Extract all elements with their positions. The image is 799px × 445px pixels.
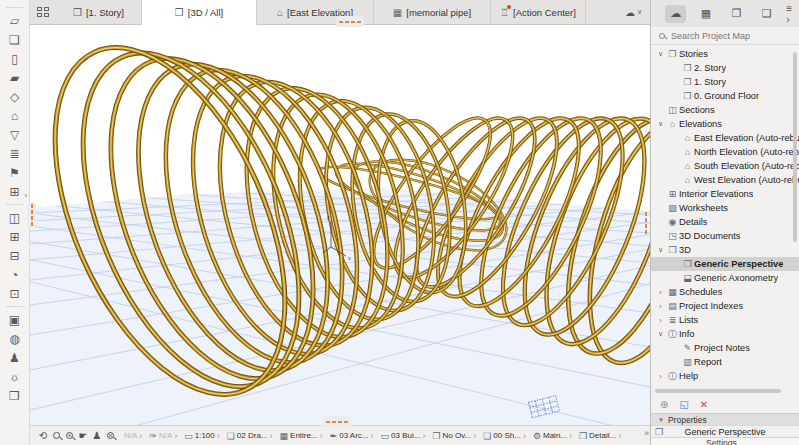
project-map-tree: ∨❐Stories❐2. Story❐1. Story❐0. Ground Fl… [651, 47, 799, 387]
zoom-icon[interactable] [53, 432, 60, 439]
zone-tool[interactable]: ◍ [0, 329, 29, 348]
marquee-tool[interactable]: ▱ [0, 11, 29, 30]
zoom-in-icon[interactable]: + [66, 432, 73, 439]
tree-item-lists[interactable]: ›≣Lists [651, 313, 799, 327]
tree-item-south-elevation-auto-rebuild[interactable]: ⌂South Elevation (Auto-rebuild [651, 159, 799, 173]
roof-tool[interactable]: ⌂ [0, 106, 29, 125]
tree-item-stories[interactable]: ∨❐Stories [651, 47, 799, 61]
tree-item-0-ground-floor[interactable]: ❐0. Ground Floor [651, 89, 799, 103]
elevation-marker-south[interactable] [322, 416, 352, 427]
mesh-tool[interactable]: ▽ [0, 125, 29, 144]
pen-set-selector[interactable]: ✑N/A› [149, 431, 177, 441]
tree-item-worksheets[interactable]: ▨Worksheets [651, 201, 799, 215]
wall-tool[interactable]: ❏ [0, 30, 29, 49]
tab-overview-button[interactable] [30, 0, 56, 24]
tree-collapsed-arrow[interactable]: › [655, 289, 666, 296]
renovation-icon: ❏ [483, 431, 491, 441]
orbit-icon[interactable]: ⟲ [36, 430, 50, 441]
tree-item-project-notes[interactable]: ✎Project Notes [651, 341, 799, 355]
tree-item-report[interactable]: ▥Report [651, 355, 799, 369]
tree-item-elevations[interactable]: ∨⌂Elevations [651, 117, 799, 131]
scale-selector[interactable]: ▭1:100› [184, 431, 220, 441]
pen-set-2-selector[interactable]: ✒03 Arc...› [330, 431, 374, 441]
folder-icon: ❐ [73, 7, 82, 18]
tab-action-center[interactable]: ♖[Action Center] [491, 0, 586, 24]
layout-book-button[interactable]: ❐ [726, 5, 747, 23]
tree-collapsed-arrow[interactable]: › [655, 373, 666, 380]
partial-structure-selector[interactable]: ▦Entire...› [280, 431, 323, 441]
collapse-triangle-icon: ▼ [658, 417, 664, 423]
tree-item-generic-perspective[interactable]: ❒Generic Perspective [651, 257, 799, 271]
tree-item-label: West Elevation (Auto-rebuild M [694, 175, 799, 185]
tree-item-project-indexes[interactable]: ›▤Project Indexes [651, 299, 799, 313]
drawing-tool[interactable]: ▣ [0, 310, 29, 329]
tree-collapsed-arrow[interactable]: › [655, 317, 666, 324]
opening-tool[interactable]: ⊡ [0, 284, 29, 303]
tree-item-info[interactable]: ∨ⓘInfo [651, 327, 799, 341]
tree-item-1-story[interactable]: ❐1. Story [651, 75, 799, 89]
column-tool[interactable]: ▯ [0, 49, 29, 68]
tree-expanded-arrow[interactable]: ∨ [655, 330, 666, 338]
chevron-right-icon: › [139, 431, 142, 441]
tree-item-north-elevation-auto-rebuild[interactable]: ⌂North Elevation (Auto-rebuild [651, 145, 799, 159]
tree-collapsed-arrow[interactable]: › [655, 303, 666, 310]
properties-header[interactable]: ▼ Properties [651, 413, 799, 426]
tree-item-schedules[interactable]: ›▦Schedules [651, 285, 799, 299]
curtain-wall-tool[interactable]: ⊞∨ [0, 182, 29, 201]
teamwork-cloud-menu[interactable]: ☁ ∨ [617, 0, 650, 24]
tab-3d-all[interactable]: ❒[3D / All] [142, 0, 257, 25]
view-map-button[interactable]: ▦ [695, 5, 716, 23]
zoom-reset-icon[interactable]: × [107, 432, 114, 439]
layer-combination-selector[interactable]: ❏02 Dra...› [227, 431, 273, 441]
publisher-sets-button[interactable]: ❏ [756, 5, 777, 23]
tree-item-generic-axonometry[interactable]: ⬓Generic Axonometry [651, 271, 799, 285]
tree-vertical-scrollbar[interactable] [793, 52, 797, 242]
shell-tool[interactable]: ◔ [0, 265, 29, 284]
model-view-options-selector[interactable]: ▭03 Bui...› [381, 431, 426, 441]
door-tool[interactable]: ◫ [0, 208, 29, 227]
tree-item-help[interactable]: ›ⓘHelp [651, 369, 799, 383]
renovation-selector[interactable]: ❏00 Sh...› [483, 431, 526, 441]
add-viewpoint-button[interactable]: ⊕ [660, 399, 668, 410]
window-tool[interactable]: ⊞ [0, 227, 29, 246]
tree-item-3d[interactable]: ∨❒3D [651, 243, 799, 257]
slab-tool[interactable]: ◇ [0, 87, 29, 106]
detail-level-selector[interactable]: ❒Detail...› [579, 431, 621, 441]
walk-icon[interactable]: ♟ [90, 430, 104, 441]
tree-item-east-elevation-auto-rebuild-m[interactable]: ⌂East Elevation (Auto-rebuild M [651, 131, 799, 145]
tab-memorial-pipe[interactable]: ▦[memorial pipe] [374, 0, 491, 24]
graphic-override-selector[interactable]: ❐No Ov...› [432, 431, 476, 441]
search-input[interactable] [669, 30, 787, 42]
railing-tool[interactable]: ⚑ [0, 163, 29, 182]
project-map-button[interactable]: ☁ [665, 5, 686, 23]
settings-button[interactable]: Settings... [651, 437, 799, 445]
panel-expander[interactable]: » [644, 428, 649, 438]
tree-horizontal-scrollbar[interactable] [655, 389, 781, 393]
tree-expanded-arrow[interactable]: ∨ [655, 50, 666, 58]
figure-tool[interactable]: ♟ [0, 348, 29, 367]
tree-expanded-arrow[interactable]: ∨ [655, 246, 666, 254]
stair-tool[interactable]: ≣ [0, 144, 29, 163]
explore-icon[interactable]: ☛ [76, 430, 90, 441]
renovation-filter-selector[interactable]: N/A› [124, 431, 142, 441]
elevation-marker-east[interactable] [642, 211, 650, 235]
lamp-tool[interactable]: ☼ [0, 367, 29, 386]
elevation-marker-north[interactable] [336, 16, 364, 27]
tab-story-1[interactable]: ❐[1. Story] [56, 0, 142, 24]
delete-viewpoint-button[interactable]: ✕ [700, 399, 708, 410]
beam-tool[interactable]: ▰ [0, 68, 29, 87]
tree-item-interior-elevations[interactable]: ⊞Interior Elevations [651, 187, 799, 201]
tree-item-details[interactable]: ◉Details [651, 215, 799, 229]
morph-tool[interactable]: ❒ [0, 386, 29, 405]
elevation-marker-west[interactable] [27, 202, 36, 228]
3d-viewport[interactable]: xz [30, 25, 650, 425]
open-viewpoint-button[interactable]: ◱ [679, 399, 688, 410]
tree-item-sections[interactable]: ◫Sections [651, 103, 799, 117]
tree-expanded-arrow[interactable]: ∨ [655, 120, 666, 128]
tree-item-2-story[interactable]: ❐2. Story [651, 61, 799, 75]
tree-item-3d-documents[interactable]: ◳3D Documents [651, 229, 799, 243]
design-option-selector[interactable]: ⚙Main...› [533, 431, 572, 441]
skylight-tool[interactable]: ⊟ [0, 246, 29, 265]
tree-item-west-elevation-auto-rebuild-m[interactable]: ⌂West Elevation (Auto-rebuild M [651, 173, 799, 187]
navigator-menu-button[interactable]: ≡ › [786, 3, 795, 25]
